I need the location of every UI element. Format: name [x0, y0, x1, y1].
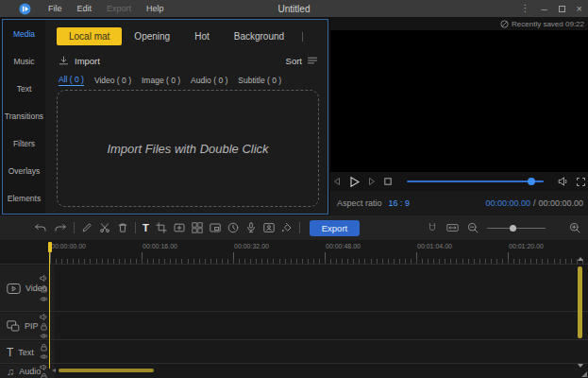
sidebar-item-text[interactable]: Text: [3, 75, 45, 102]
sidebar-item-filters[interactable]: Filters: [3, 129, 45, 157]
add-box-icon[interactable]: [174, 222, 185, 233]
import-row: Import Sort: [59, 53, 318, 68]
ruler-label: 00:00:00.00: [51, 243, 86, 249]
scroll-up-arrow[interactable]: [578, 257, 583, 261]
redo-icon[interactable]: [54, 222, 67, 233]
lock-track-icon[interactable]: [40, 343, 48, 352]
magnet-icon[interactable]: [427, 222, 438, 233]
ruler-minor-ticks: [50, 259, 588, 264]
import-icon[interactable]: [59, 56, 69, 66]
import-label[interactable]: Import: [75, 56, 100, 66]
menu-help[interactable]: Help: [139, 4, 172, 13]
app-logo-icon: [19, 3, 31, 15]
scroll-left-arrow[interactable]: [52, 369, 56, 372]
speed-clock-icon[interactable]: [227, 222, 239, 233]
voiceover-mic-icon[interactable]: [245, 222, 257, 233]
sort-control[interactable]: Sort: [286, 55, 318, 66]
menu-edit[interactable]: Edit: [70, 4, 100, 13]
import-dropzone[interactable]: Import Files with Double Click: [57, 90, 319, 207]
export-button[interactable]: Export: [310, 220, 360, 236]
stop-icon[interactable]: [383, 177, 393, 186]
pip-tool-icon[interactable]: [210, 222, 221, 233]
timecode-separator: /: [533, 198, 536, 208]
volume-icon[interactable]: [558, 176, 569, 187]
text-track-lane[interactable]: [56, 341, 579, 363]
play-icon[interactable]: [348, 176, 361, 188]
pip-track-label: PIP: [25, 321, 39, 331]
tab-hot[interactable]: Hot: [182, 27, 222, 45]
text-tool-icon[interactable]: T: [143, 223, 149, 233]
mute-track-icon[interactable]: [40, 365, 48, 371]
zoom-out-icon[interactable]: [467, 222, 479, 233]
filter-image[interactable]: Image ( 0 ): [142, 76, 180, 85]
visibility-eye-icon[interactable]: [40, 352, 48, 361]
sidebar-item-transitions[interactable]: Transitions: [3, 102, 45, 129]
split-scissors-icon[interactable]: [99, 222, 110, 233]
scroll-down-arrow[interactable]: [578, 364, 583, 368]
chroma-key-icon[interactable]: [263, 222, 275, 233]
project-title: Untitled: [278, 4, 311, 14]
track-row-video: Video: [0, 266, 588, 312]
sidebar-item-elements[interactable]: Elements: [3, 184, 45, 212]
playhead-line[interactable]: [49, 242, 50, 369]
lock-track-icon[interactable]: [40, 322, 48, 331]
sidebar-item-music[interactable]: Music: [3, 47, 45, 75]
horizontal-scrollbar[interactable]: [59, 369, 154, 372]
mute-track-icon[interactable]: [40, 274, 48, 283]
filter-subtitle[interactable]: Subtitle ( 0 ): [238, 76, 281, 85]
video-track-lane[interactable]: [56, 266, 579, 311]
window-controls: ⋮ – ×: [520, 0, 582, 17]
tab-local-material[interactable]: Local mat: [57, 27, 122, 45]
timeline-toolbar: T: [0, 215, 588, 240]
timeline-ruler[interactable]: 00:00:00.00 00:00:16.00 00:00:32.00 00:0…: [0, 240, 588, 265]
lock-track-icon[interactable]: [40, 284, 48, 293]
filter-all[interactable]: All ( 0 ): [59, 75, 84, 86]
menu-export[interactable]: Export: [99, 4, 139, 13]
mute-track-icon[interactable]: [40, 313, 48, 321]
next-frame-icon[interactable]: [367, 177, 377, 186]
toolbar-divider: [74, 222, 75, 233]
delete-trash-icon[interactable]: [117, 222, 128, 233]
minimize-button[interactable]: –: [541, 4, 546, 14]
seek-slider[interactable]: [407, 180, 544, 182]
saved-status-icon: [500, 20, 509, 28]
timeline-zoom-thumb[interactable]: [510, 225, 516, 232]
fit-timeline-icon[interactable]: [446, 222, 459, 233]
aspect-ratio-label: Aspect ratio: [337, 198, 382, 208]
zoom-in-icon[interactable]: [569, 222, 580, 233]
timeline-zoom-slider[interactable]: [487, 228, 546, 229]
crop-icon[interactable]: [156, 222, 167, 233]
close-button[interactable]: ×: [577, 4, 582, 14]
sidebar-item-overlays[interactable]: Overlays: [3, 157, 45, 184]
previous-frame-icon[interactable]: [332, 177, 342, 186]
maximize-button[interactable]: [559, 6, 565, 12]
timeline-zoom-controls: [427, 222, 580, 233]
vertical-scrollbar[interactable]: [578, 266, 582, 338]
text-track-header: T Text: [0, 341, 55, 363]
pip-track-lane[interactable]: [56, 313, 579, 339]
mosaic-icon[interactable]: [192, 222, 203, 233]
resize-grip[interactable]: [581, 371, 587, 377]
visibility-eye-icon[interactable]: [40, 295, 48, 303]
titlebar: File Edit Export Help Untitled ⋮ – ×: [0, 0, 588, 17]
tab-background[interactable]: Background: [222, 27, 296, 45]
aspect-ratio-value[interactable]: 16 : 9: [389, 198, 411, 208]
lock-track-icon[interactable]: [40, 372, 48, 378]
color-fill-icon[interactable]: [281, 222, 293, 233]
undo-icon[interactable]: [34, 222, 47, 233]
menubar: File Edit Export Help: [41, 4, 172, 13]
edit-pencil-icon[interactable]: [81, 222, 92, 233]
seek-thumb[interactable]: [528, 178, 535, 185]
pip-track-toggles: [40, 313, 48, 339]
sidebar-item-media[interactable]: Media: [3, 20, 45, 47]
filter-video[interactable]: Video ( 0 ): [94, 76, 131, 85]
menu-file[interactable]: File: [41, 4, 70, 13]
filter-audio[interactable]: Audio ( 0 ): [191, 76, 227, 85]
tab-opening[interactable]: Opening: [122, 27, 182, 45]
preview-screen: [330, 30, 588, 172]
more-menu-icon[interactable]: ⋮: [520, 4, 529, 13]
fullscreen-icon[interactable]: [576, 177, 586, 187]
ruler-label: 00:00:32.00: [234, 243, 269, 249]
audio-track-label: Audio: [19, 367, 41, 376]
visibility-eye-icon[interactable]: [40, 332, 48, 340]
